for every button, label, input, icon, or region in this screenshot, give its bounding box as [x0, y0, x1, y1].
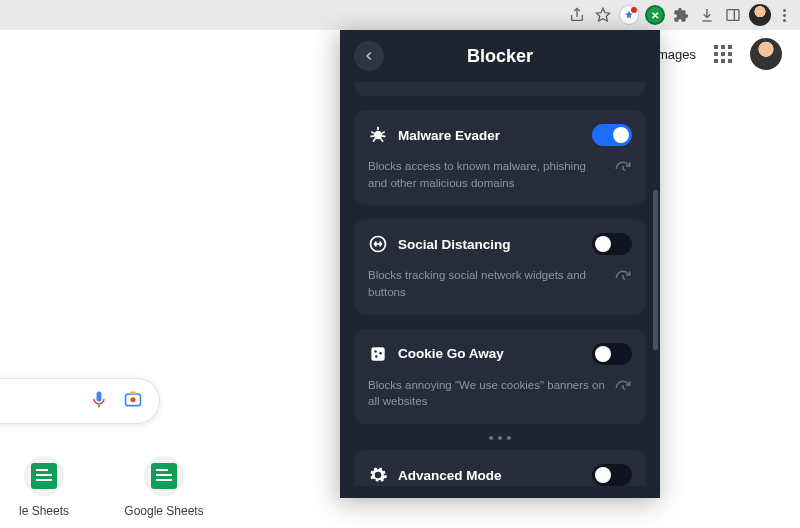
svg-line-14 [381, 138, 384, 141]
svg-rect-16 [371, 347, 384, 360]
sheets-icon [151, 463, 177, 489]
svg-line-11 [371, 136, 374, 137]
browser-toolbar: ✕ [0, 0, 800, 30]
card-title: Malware Evader [398, 128, 582, 143]
sidepanel-icon[interactable] [723, 5, 743, 25]
browser-menu-icon[interactable] [777, 9, 792, 22]
svg-point-17 [374, 350, 377, 353]
gear-icon [368, 465, 388, 485]
popup-body: Malware Evader Blocks access to known ma… [340, 82, 660, 498]
bookmark-star-icon[interactable] [593, 5, 613, 25]
toggle-cookie[interactable] [592, 343, 632, 365]
svg-line-10 [382, 132, 385, 134]
svg-line-13 [373, 138, 376, 141]
sheets-icon [31, 463, 57, 489]
refresh-icon[interactable] [614, 269, 632, 287]
svg-marker-0 [596, 8, 609, 21]
search-input[interactable] [0, 378, 160, 424]
refresh-icon[interactable] [614, 379, 632, 397]
account-avatar[interactable] [750, 38, 782, 70]
shortcut-label: Google Sheets [124, 504, 203, 518]
svg-point-5 [131, 397, 136, 402]
extension-badge-1[interactable] [619, 5, 639, 25]
blocker-card-malware: Malware Evader Blocks access to known ma… [354, 110, 646, 205]
blocker-card-cookie: Cookie Go Away Blocks annoying "We use c… [354, 329, 646, 424]
svg-point-18 [379, 352, 382, 355]
extension-popup: Blocker Malware Evader Blocks access to … [340, 30, 660, 498]
card-description: Blocks access to known malware, phishing… [368, 158, 606, 191]
popup-title: Blocker [467, 46, 533, 67]
popup-header: Blocker [340, 30, 660, 82]
image-search-icon[interactable] [123, 389, 143, 413]
extension-badge-2[interactable]: ✕ [645, 5, 665, 25]
more-indicator-icon [354, 432, 646, 450]
downloads-icon[interactable] [697, 5, 717, 25]
card-title: Cookie Go Away [398, 346, 582, 361]
bug-icon [368, 125, 388, 145]
blocker-card-social: Social Distancing Blocks tracking social… [354, 219, 646, 314]
cookie-icon [368, 344, 388, 364]
card-description: Blocks tracking social network widgets a… [368, 267, 606, 300]
social-icon [368, 234, 388, 254]
svg-point-19 [375, 355, 378, 358]
voice-search-icon[interactable] [89, 389, 109, 413]
svg-point-7 [374, 131, 382, 139]
google-apps-icon[interactable] [714, 45, 732, 63]
blocker-card-advanced: Advanced Mode [354, 450, 646, 486]
toggle-malware[interactable] [592, 124, 632, 146]
card-title: Social Distancing [398, 237, 582, 252]
profile-avatar-icon[interactable] [749, 4, 771, 26]
shortcut-label: le Sheets [19, 504, 69, 518]
shortcuts-row-1: le Sheets Google Sheets [0, 456, 200, 518]
toggle-social[interactable] [592, 233, 632, 255]
svg-rect-3 [98, 405, 100, 408]
svg-line-12 [382, 136, 385, 137]
extensions-puzzle-icon[interactable] [671, 5, 691, 25]
back-button[interactable] [354, 41, 384, 71]
card-description: Blocks annoying "We use cookies" banners… [368, 377, 606, 410]
toggle-advanced[interactable] [592, 464, 632, 486]
shortcut-sheets-1[interactable]: le Sheets [8, 456, 80, 518]
shortcut-sheets-2[interactable]: Google Sheets [128, 456, 200, 518]
svg-line-9 [371, 132, 374, 134]
svg-rect-6 [131, 392, 136, 395]
card-title: Advanced Mode [398, 468, 582, 483]
refresh-icon[interactable] [614, 160, 632, 178]
previous-card-edge [354, 82, 646, 96]
share-icon[interactable] [567, 5, 587, 25]
svg-rect-1 [727, 10, 739, 21]
